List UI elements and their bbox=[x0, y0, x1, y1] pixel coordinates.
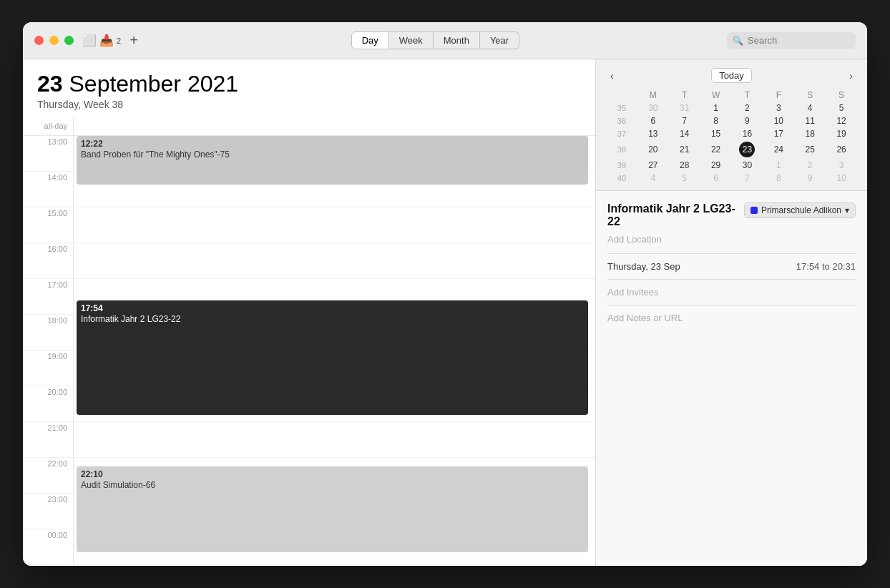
today-button[interactable]: Today bbox=[711, 68, 752, 83]
week-row-38: 38 20 21 22 23 24 25 26 bbox=[606, 140, 857, 159]
cal-day[interactable]: 14 bbox=[669, 127, 700, 140]
cal-day[interactable]: 6 bbox=[637, 114, 669, 127]
time-label-1500: 15:00 bbox=[23, 207, 73, 242]
dropdown-chevron-icon: ▾ bbox=[845, 205, 849, 215]
cal-day[interactable]: 19 bbox=[826, 127, 857, 140]
cal-day[interactable]: 4 bbox=[637, 172, 669, 185]
cal-day[interactable]: 16 bbox=[732, 127, 763, 140]
detail-time-end: 20:31 bbox=[832, 261, 856, 272]
week-row-40: 40 4 5 6 7 8 9 10 bbox=[606, 172, 857, 185]
inbox-count: 2 bbox=[117, 36, 121, 45]
time-label-1300: 13:00 bbox=[23, 136, 73, 171]
sidebar-toggle-icon[interactable]: ⬜ bbox=[82, 34, 97, 47]
cal-day[interactable]: 3 bbox=[763, 102, 794, 114]
cal-day[interactable]: 10 bbox=[826, 172, 857, 185]
cal-day-today[interactable]: 23 bbox=[732, 140, 763, 159]
month-view-button[interactable]: Month bbox=[434, 31, 480, 49]
allday-row: all-day bbox=[23, 116, 595, 136]
cal-day[interactable]: 1 bbox=[763, 159, 794, 172]
cal-day[interactable]: 6 bbox=[700, 172, 732, 185]
add-invitees-button[interactable]: Add Invitees bbox=[607, 287, 856, 298]
cal-day[interactable]: 30 bbox=[732, 159, 763, 172]
cal-day[interactable]: 9 bbox=[794, 172, 826, 185]
cal-day[interactable]: 5 bbox=[826, 102, 857, 114]
calendar-color-dot bbox=[750, 207, 758, 214]
add-event-button[interactable]: + bbox=[129, 32, 138, 49]
week-row-37: 37 13 14 15 16 17 18 19 bbox=[606, 127, 857, 140]
event-informatik[interactable]: 17:54 Informatik Jahr 2 LG23-22 bbox=[77, 300, 588, 415]
cal-day[interactable]: 13 bbox=[637, 127, 669, 140]
cal-day[interactable]: 3 bbox=[826, 159, 857, 172]
cal-day[interactable]: 12 bbox=[826, 114, 857, 127]
cal-day[interactable]: 28 bbox=[669, 159, 700, 172]
cal-day[interactable]: 22 bbox=[700, 140, 732, 159]
weekday-fri: F bbox=[763, 89, 794, 102]
close-button[interactable] bbox=[34, 36, 44, 45]
time-row-1500: 15:00 bbox=[23, 207, 595, 243]
cal-day[interactable]: 25 bbox=[794, 140, 826, 159]
date-header: 23 September 2021 Thursday, Week 38 bbox=[23, 59, 595, 116]
day-view-button[interactable]: Day bbox=[351, 31, 389, 49]
search-box[interactable]: 🔍 bbox=[727, 32, 856, 49]
inbox-icon[interactable]: 📥 bbox=[99, 34, 114, 47]
weekday-mon: M bbox=[637, 89, 669, 102]
cal-day[interactable]: 2 bbox=[794, 159, 826, 172]
cal-day[interactable]: 26 bbox=[826, 140, 857, 159]
cal-day[interactable]: 5 bbox=[669, 172, 700, 185]
time-area-1600 bbox=[73, 243, 595, 278]
calendar-scroll[interactable]: all-day 13:00 14:00 15:00 bbox=[23, 116, 595, 566]
cal-day[interactable]: 2 bbox=[732, 102, 763, 114]
cal-day[interactable]: 10 bbox=[763, 114, 794, 127]
date-month: September bbox=[69, 71, 181, 97]
event-title-informatik: Informatik Jahr 2 LG23-22 bbox=[81, 314, 584, 324]
time-row-1600: 16:00 bbox=[23, 243, 595, 279]
cal-day[interactable]: 29 bbox=[700, 159, 732, 172]
event-time-band: 12:22 bbox=[81, 139, 584, 149]
cal-day[interactable]: 20 bbox=[637, 140, 669, 159]
cal-day[interactable]: 9 bbox=[732, 114, 763, 127]
time-label-1600: 16:00 bbox=[23, 243, 73, 278]
week-view-button[interactable]: Week bbox=[389, 31, 434, 49]
week-num-38: 38 bbox=[606, 140, 637, 159]
cal-day[interactable]: 7 bbox=[732, 172, 763, 185]
cal-day[interactable]: 30 bbox=[637, 102, 669, 114]
calendar-selector[interactable]: Primarschule Adlikon ▾ bbox=[744, 202, 856, 218]
event-band-proben[interactable]: 12:22 Band Proben für "The Mighty Ones"-… bbox=[77, 136, 588, 185]
search-input[interactable] bbox=[748, 35, 850, 46]
cal-day[interactable]: 1 bbox=[700, 102, 732, 114]
cal-day[interactable]: 11 bbox=[794, 114, 826, 127]
year-view-button[interactable]: Year bbox=[480, 31, 519, 49]
cal-day[interactable]: 7 bbox=[669, 114, 700, 127]
time-label-2200: 22:00 bbox=[23, 458, 73, 493]
cal-day[interactable]: 8 bbox=[763, 172, 794, 185]
cal-day[interactable]: 21 bbox=[669, 140, 700, 159]
main-area: 23 September 2021 Thursday, Week 38 all-… bbox=[23, 59, 867, 566]
cal-day[interactable]: 8 bbox=[700, 114, 732, 127]
time-label-0000: 00:00 bbox=[23, 529, 73, 564]
event-audit[interactable]: 22:10 Audit Simulation-66 bbox=[77, 466, 588, 552]
time-label-1400: 14:00 bbox=[23, 172, 73, 207]
date-year: 2021 bbox=[187, 71, 238, 97]
allday-label: all-day bbox=[23, 116, 73, 135]
detail-header: Informatik Jahr 2 LG23-22 Primarschule A… bbox=[607, 202, 856, 228]
cal-day[interactable]: 31 bbox=[669, 102, 700, 114]
cal-day[interactable]: 18 bbox=[794, 127, 826, 140]
cal-day[interactable]: 27 bbox=[637, 159, 669, 172]
cal-day[interactable]: 15 bbox=[700, 127, 732, 140]
next-month-button[interactable]: › bbox=[845, 69, 857, 83]
week-num-40: 40 bbox=[606, 172, 637, 185]
minimize-button[interactable] bbox=[49, 36, 59, 45]
add-notes-button[interactable]: Add Notes or URL bbox=[607, 313, 856, 323]
cal-day[interactable]: 24 bbox=[763, 140, 794, 159]
time-area-2100 bbox=[73, 422, 595, 457]
cal-day[interactable]: 17 bbox=[763, 127, 794, 140]
maximize-button[interactable] bbox=[64, 36, 74, 45]
week-num-39: 39 bbox=[606, 159, 637, 172]
prev-month-button[interactable]: ‹ bbox=[606, 69, 618, 83]
weekday-thu: T bbox=[732, 89, 763, 102]
time-label-1900: 19:00 bbox=[23, 351, 73, 386]
event-time-audit: 22:10 bbox=[81, 469, 584, 479]
mini-cal-grid: M T W T F S S 35 30 31 bbox=[606, 89, 857, 185]
cal-day[interactable]: 4 bbox=[794, 102, 826, 114]
add-location-button[interactable]: Add Location bbox=[607, 234, 856, 245]
